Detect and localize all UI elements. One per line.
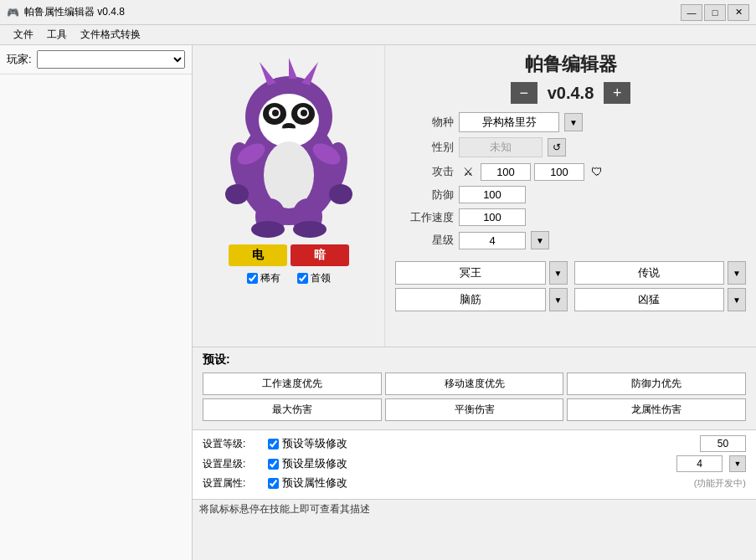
attr-check-group[interactable]: 预设属性修改 — [268, 475, 687, 491]
star-level-value[interactable]: 4 — [459, 232, 526, 249]
title-bar-left: 🎮 帕鲁属性编辑器 v0.4.8 — [7, 5, 125, 19]
skill-col-right: 传说 ▼ 凶猛 ▼ — [574, 261, 747, 311]
svg-point-21 — [251, 221, 285, 238]
preset-buttons-row-2: 最大伤害 平衡伤害 龙属性伤害 — [203, 398, 746, 421]
version-minus-button[interactable]: − — [511, 82, 537, 104]
skill-col-spacer — [568, 261, 574, 311]
skills-section: 冥王 ▼ 脑筋 ▼ 传说 ▼ — [395, 261, 746, 311]
rare-checkbox[interactable] — [247, 273, 258, 284]
minimize-button[interactable]: — — [681, 4, 702, 21]
star-settings-row: 设置星级: 预设星级修改 4 ▼ — [203, 455, 746, 472]
preset-work-speed-btn[interactable]: 工作速度优先 — [203, 372, 382, 395]
level-checkbox[interactable] — [268, 439, 279, 450]
main-container: 玩家: — [0, 45, 756, 560]
boss-checkbox-label[interactable]: 首领 — [297, 271, 331, 285]
player-label: 玩家: — [7, 52, 32, 67]
star-settings-value[interactable]: 4 — [676, 455, 723, 472]
level-check-label: 预设等级修改 — [282, 436, 347, 451]
star-dropdown-btn[interactable]: ▼ — [531, 231, 549, 249]
maximize-button[interactable]: □ — [704, 4, 726, 21]
star-check-group[interactable]: 预设星级修改 — [268, 456, 670, 471]
attr-check-label: 预设属性修改 — [282, 475, 347, 491]
defense-value[interactable]: 100 — [459, 186, 526, 203]
version-plus-button[interactable]: + — [604, 82, 630, 104]
menu-tools[interactable]: 工具 — [40, 26, 74, 44]
star-checkbox[interactable] — [268, 459, 279, 470]
attr-checkbox[interactable] — [268, 478, 279, 489]
star-level-label: 星级 — [395, 233, 454, 248]
skill-drop-btn-2[interactable]: ▼ — [728, 261, 746, 285]
star-settings-label: 设置星级: — [203, 457, 261, 471]
svg-point-17 — [225, 184, 249, 204]
pal-image — [205, 54, 373, 238]
checkboxes-row: 稀有 首领 — [247, 271, 331, 285]
type-dark-badge: 暗 — [291, 244, 349, 266]
svg-marker-2 — [260, 62, 276, 85]
title-bar: 🎮 帕鲁属性编辑器 v0.4.8 — □ ✕ — [0, 0, 756, 25]
skill-box-1[interactable]: 冥王 — [395, 261, 546, 285]
skill-row-2: 传说 ▼ — [574, 261, 747, 285]
skill-box-4[interactable]: 凶猛 — [574, 288, 725, 311]
svg-point-13 — [272, 128, 306, 141]
attack-val2[interactable]: 100 — [534, 163, 584, 181]
status-text: 将鼠标标悬停在技能上即可查看其描述 — [199, 502, 370, 516]
player-select[interactable] — [37, 50, 185, 69]
gender-value: 未知 — [459, 137, 543, 157]
attack-values: ⚔ 100 100 🛡 — [459, 162, 606, 181]
svg-point-14 — [264, 141, 314, 208]
presets-title: 预设: — [203, 352, 746, 367]
preset-dragon-btn[interactable]: 龙属性伤害 — [567, 398, 746, 421]
defense-row: 防御 100 — [395, 186, 746, 203]
skill-row-3: 脑筋 ▼ — [395, 288, 568, 311]
left-panel: 玩家: — [0, 45, 193, 560]
defense-label: 防御 — [395, 188, 454, 203]
skill-col-left: 冥王 ▼ 脑筋 ▼ — [395, 261, 568, 311]
skill-row-1: 冥王 ▼ — [395, 261, 568, 285]
app-title: 帕鲁编辑器 — [395, 52, 746, 77]
skill-drop-btn-3[interactable]: ▼ — [549, 288, 568, 311]
status-bar: 将鼠标标悬停在技能上即可查看其描述 — [193, 499, 756, 519]
stats-panel: 帕鲁编辑器 − v0.4.8 + 物种 异构格里芬 ▼ 性别 未知 — [385, 45, 756, 347]
creature-image — [205, 54, 373, 238]
species-dropdown-btn[interactable]: ▼ — [564, 113, 583, 131]
boss-checkbox[interactable] — [297, 273, 308, 284]
level-value[interactable]: 50 — [700, 435, 746, 452]
preset-defense-btn[interactable]: 防御力优先 — [567, 372, 746, 395]
level-settings-row: 设置等级: 预设等级修改 50 — [203, 435, 746, 452]
attack-val1[interactable]: 100 — [481, 163, 531, 181]
rare-checkbox-label[interactable]: 稀有 — [247, 271, 280, 285]
star-check-label: 预设星级修改 — [282, 456, 347, 471]
menu-format-convert[interactable]: 文件格式转换 — [74, 26, 147, 44]
close-button[interactable]: ✕ — [728, 4, 749, 21]
skill-box-2[interactable]: 传说 — [574, 261, 725, 285]
gender-refresh-btn[interactable]: ↺ — [548, 138, 566, 157]
attr-dev-note: (功能开发中) — [694, 477, 746, 490]
attack-sword-icon: ⚔ — [459, 162, 477, 181]
menu-file[interactable]: 文件 — [7, 26, 40, 44]
pal-editor-top: 电 暗 稀有 首领 — [193, 45, 756, 347]
attack-shield-icon: 🛡 — [588, 162, 606, 181]
version-row: − v0.4.8 + — [395, 82, 746, 104]
window-title: 帕鲁属性编辑器 v0.4.8 — [24, 5, 125, 19]
preset-move-speed-btn[interactable]: 移动速度优先 — [385, 372, 564, 395]
star-settings-drop-btn[interactable]: ▼ — [729, 455, 746, 472]
attack-label: 攻击 — [395, 164, 454, 179]
player-row: 玩家: — [0, 45, 192, 74]
skill-drop-btn-4[interactable]: ▼ — [728, 288, 746, 311]
menu-bar: 文件 工具 文件格式转换 — [0, 25, 756, 45]
work-speed-value[interactable]: 100 — [459, 208, 526, 226]
star-level-row: 星级 4 ▼ — [395, 231, 746, 249]
skill-drop-btn-1[interactable]: ▼ — [549, 261, 568, 285]
type-electric-badge: 电 — [229, 244, 287, 266]
pal-list-area — [0, 74, 192, 560]
svg-point-18 — [329, 184, 352, 204]
app-title-section: 帕鲁编辑器 − v0.4.8 + — [395, 52, 746, 104]
species-row: 物种 异构格里芬 ▼ — [395, 112, 746, 132]
work-speed-row: 工作速度 100 — [395, 208, 746, 226]
preset-max-damage-btn[interactable]: 最大伤害 — [203, 398, 382, 421]
gender-label: 性别 — [395, 140, 454, 155]
skill-box-3[interactable]: 脑筋 — [395, 288, 546, 311]
preset-balanced-btn[interactable]: 平衡伤害 — [385, 398, 564, 421]
work-speed-label: 工作速度 — [395, 210, 454, 225]
level-check-group[interactable]: 预设等级修改 — [268, 436, 693, 451]
